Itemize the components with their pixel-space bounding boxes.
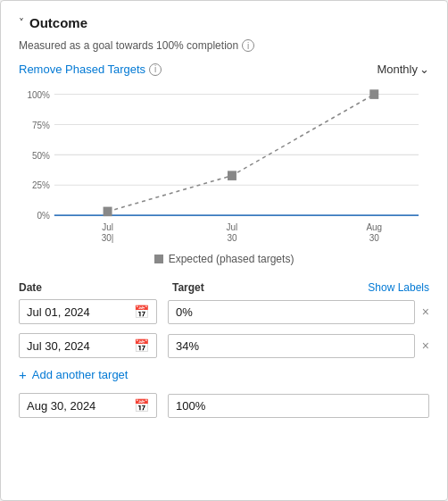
svg-text:30|: 30|	[102, 232, 114, 242]
dropdown-chevron-icon: ⌄	[419, 63, 429, 76]
chart-svg: 100% 75% 50% 25% 0% Jul 30| Jul 30 Aug 3…	[19, 85, 429, 246]
svg-text:50%: 50%	[32, 150, 50, 160]
target-input-1[interactable]: 0%	[168, 300, 415, 324]
legend-square-icon	[154, 255, 163, 263]
chevron-down-icon: ˅	[19, 17, 24, 29]
section-title: Outcome	[29, 15, 87, 30]
svg-text:30: 30	[227, 232, 236, 242]
remove-row-1-button[interactable]: ×	[422, 305, 429, 319]
date-input-2[interactable]: Jul 30, 2024 📅	[19, 333, 157, 358]
svg-text:75%: 75%	[32, 120, 50, 129]
controls-row: Remove Phased Targets i Monthly ⌄	[19, 63, 429, 76]
date-column-label: Date	[19, 281, 162, 294]
remove-info-icon[interactable]: i	[149, 63, 162, 76]
svg-rect-16	[104, 207, 112, 217]
svg-text:25%: 25%	[32, 180, 50, 190]
target-value-1: 0%	[176, 305, 407, 319]
date-value-final: Aug 30, 2024	[27, 399, 129, 413]
calendar-icon-final[interactable]: 📅	[134, 398, 149, 413]
fields-header: Date Target Show Labels	[19, 281, 429, 294]
show-labels-button[interactable]: Show Labels	[368, 281, 429, 294]
legend-text: Expected (phased targets)	[169, 253, 295, 265]
date-input-1[interactable]: Jul 01, 2024 📅	[19, 299, 157, 324]
svg-text:Jul: Jul	[227, 222, 238, 232]
calendar-icon-1[interactable]: 📅	[134, 305, 149, 319]
target-input-2[interactable]: 34%	[168, 334, 415, 358]
target-row-2: Jul 30, 2024 📅 34% ×	[19, 333, 429, 358]
svg-rect-17	[228, 171, 236, 180]
date-input-final[interactable]: Aug 30, 2024 📅	[19, 393, 157, 418]
subtitle-text: Measured as a goal towards 100% completi…	[19, 39, 238, 52]
plus-icon: +	[19, 367, 27, 382]
target-value-final: 100%	[176, 399, 421, 413]
calendar-icon-2[interactable]: 📅	[134, 338, 149, 353]
outcome-card: ˅ Outcome Measured as a goal towards 100…	[0, 0, 448, 501]
svg-text:Jul: Jul	[102, 222, 113, 232]
target-row-final: Aug 30, 2024 📅 100%	[19, 393, 429, 418]
chart-legend: Expected (phased targets)	[19, 253, 429, 265]
add-target-label: Add another target	[32, 368, 129, 381]
monthly-dropdown[interactable]: Monthly ⌄	[377, 63, 429, 76]
target-column-label: Target	[172, 281, 368, 294]
svg-rect-18	[369, 89, 378, 99]
section-header: ˅ Outcome	[19, 15, 429, 30]
add-target-row[interactable]: + Add another target	[19, 367, 429, 382]
date-value-2: Jul 30, 2024	[27, 339, 129, 353]
svg-text:0%: 0%	[37, 211, 49, 221]
target-row-1: Jul 01, 2024 📅 0% ×	[19, 299, 429, 324]
monthly-label: Monthly	[377, 63, 418, 76]
chart-container: 100% 75% 50% 25% 0% Jul 30| Jul 30 Aug 3…	[19, 85, 429, 246]
svg-text:Aug: Aug	[366, 222, 382, 232]
date-value-1: Jul 01, 2024	[27, 305, 129, 319]
remove-link-text: Remove Phased Targets	[19, 63, 145, 76]
subtitle-row: Measured as a goal towards 100% completi…	[19, 39, 429, 52]
target-value-2: 34%	[176, 339, 407, 353]
svg-text:100%: 100%	[27, 90, 49, 100]
remove-phased-targets-link[interactable]: Remove Phased Targets i	[19, 63, 162, 76]
info-icon[interactable]: i	[242, 39, 254, 52]
remove-row-2-button[interactable]: ×	[422, 338, 429, 353]
target-input-final[interactable]: 100%	[168, 394, 429, 418]
svg-text:30: 30	[369, 232, 379, 242]
